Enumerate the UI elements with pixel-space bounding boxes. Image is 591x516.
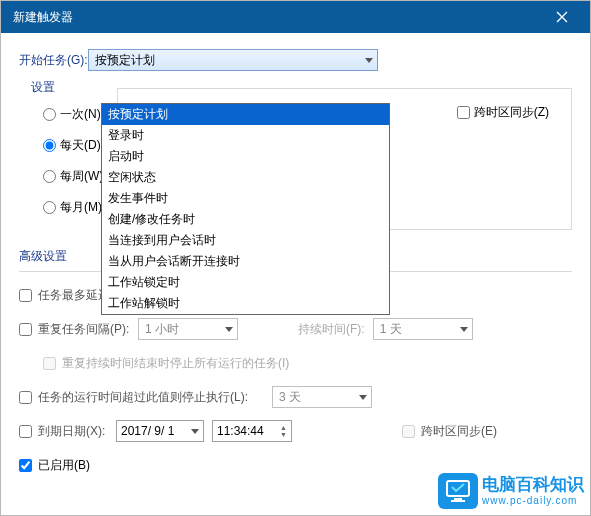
start-task-dropdown[interactable]: 按预定计划登录时启动时空闲状态发生事件时创建/修改任务时当连接到用户会话时当从用… <box>101 103 390 315</box>
expire-tz-checkbox <box>402 425 415 438</box>
radio-daily[interactable]: 每天(D) <box>43 137 103 154</box>
watermark-logo-icon <box>438 473 478 509</box>
stop-if-over-value: 3 天 <box>279 389 301 406</box>
radio-weekly-label: 每周(W) <box>60 168 103 185</box>
radio-weekly[interactable]: 每周(W) <box>43 168 103 185</box>
watermark: 电脑百科知识 www.pc-daily.com <box>438 473 584 509</box>
repeat-select[interactable]: 1 小时 <box>138 318 238 340</box>
spin-up-icon: ▲ <box>280 424 287 431</box>
enabled-checkbox[interactable] <box>19 459 32 472</box>
expire-checkbox[interactable] <box>19 425 32 438</box>
radio-once-label: 一次(N) <box>60 106 101 123</box>
chevron-down-icon <box>359 395 367 400</box>
schedule-radio-group: 一次(N) 每天(D) 每周(W) 每月(M) <box>43 106 103 230</box>
combo-value: 按预定计划 <box>95 52 155 69</box>
chevron-down-icon <box>191 429 199 434</box>
duration-label: 持续时间(F): <box>298 321 365 338</box>
start-task-label: 开始任务(G): <box>19 52 88 69</box>
start-task-row: 开始任务(G): 按预定计划 <box>19 49 572 71</box>
expire-date-input[interactable]: 2017/ 9/ 1 <box>116 420 204 442</box>
dropdown-item[interactable]: 按预定计划 <box>102 104 389 125</box>
duration-select[interactable]: 1 天 <box>373 318 473 340</box>
radio-monthly-input[interactable] <box>43 201 56 214</box>
close-button[interactable] <box>542 1 582 33</box>
dropdown-item[interactable]: 工作站锁定时 <box>102 272 389 293</box>
time-spinner[interactable]: ▲▼ <box>280 424 287 438</box>
repeat-label: 重复任务间隔(P): <box>38 321 138 338</box>
radio-daily-label: 每天(D) <box>60 137 101 154</box>
stop-if-over-row: 任务的运行时间超过此值则停止执行(L): 3 天 <box>19 386 572 408</box>
radio-once-input[interactable] <box>43 108 56 121</box>
dropdown-item[interactable]: 工作站解锁时 <box>102 293 389 314</box>
watermark-en: www.pc-daily.com <box>482 495 584 506</box>
dropdown-item[interactable]: 创建/修改任务时 <box>102 209 389 230</box>
dialog-window: 新建触发器 开始任务(G): 按预定计划 设置 一次(N) 每天(D) 每周(W… <box>0 0 591 516</box>
window-title: 新建触发器 <box>13 9 73 26</box>
stop-after-repeat-row: 重复持续时间结束时停止所有运行的任务(I) <box>43 352 572 374</box>
dropdown-item[interactable]: 当连接到用户会话时 <box>102 230 389 251</box>
expire-time-value: 11:34:44 <box>217 424 264 438</box>
repeat-value: 1 小时 <box>145 321 179 338</box>
expire-tz-label: 跨时区同步(E) <box>421 423 497 440</box>
dropdown-item[interactable]: 发生事件时 <box>102 188 389 209</box>
enabled-label: 已启用(B) <box>38 457 248 474</box>
close-icon <box>556 11 568 23</box>
watermark-zh: 电脑百科知识 <box>482 476 584 495</box>
radio-monthly[interactable]: 每月(M) <box>43 199 103 216</box>
expire-time-input[interactable]: 11:34:44 ▲▼ <box>212 420 292 442</box>
dropdown-item[interactable]: 启动时 <box>102 146 389 167</box>
spin-down-icon: ▼ <box>280 431 287 438</box>
start-task-combo[interactable]: 按预定计划 <box>88 49 378 71</box>
svg-rect-1 <box>454 498 462 500</box>
chevron-down-icon <box>225 327 233 332</box>
dropdown-item[interactable]: 空闲状态 <box>102 167 389 188</box>
chevron-down-icon <box>460 327 468 332</box>
stop-after-repeat-checkbox <box>43 357 56 370</box>
chevron-down-icon <box>365 58 373 63</box>
radio-monthly-label: 每月(M) <box>60 199 102 216</box>
delay-checkbox[interactable] <box>19 289 32 302</box>
dropdown-item[interactable]: 当从用户会话断开连接时 <box>102 251 389 272</box>
dialog-content: 开始任务(G): 按预定计划 设置 一次(N) 每天(D) 每周(W) 每月(M… <box>1 33 590 476</box>
dropdown-item[interactable]: 登录时 <box>102 125 389 146</box>
radio-weekly-input[interactable] <box>43 170 56 183</box>
stop-if-over-label: 任务的运行时间超过此值则停止执行(L): <box>38 389 272 406</box>
radio-once[interactable]: 一次(N) <box>43 106 103 123</box>
duration-value: 1 天 <box>380 321 402 338</box>
repeat-checkbox[interactable] <box>19 323 32 336</box>
titlebar: 新建触发器 <box>1 1 590 33</box>
tz-sync-input[interactable] <box>457 106 470 119</box>
tz-sync-checkbox[interactable]: 跨时区同步(Z) <box>457 104 549 121</box>
stop-after-repeat-label: 重复持续时间结束时停止所有运行的任务(I) <box>62 355 289 372</box>
expire-date-value: 2017/ 9/ 1 <box>121 424 174 438</box>
stop-if-over-checkbox[interactable] <box>19 391 32 404</box>
repeat-row: 重复任务间隔(P): 1 小时 持续时间(F): 1 天 <box>19 318 572 340</box>
tz-sync-label: 跨时区同步(Z) <box>474 104 549 121</box>
watermark-text: 电脑百科知识 www.pc-daily.com <box>482 476 584 506</box>
expire-label: 到期日期(X): <box>38 423 116 440</box>
stop-if-over-select[interactable]: 3 天 <box>272 386 372 408</box>
radio-daily-input[interactable] <box>43 139 56 152</box>
svg-rect-2 <box>451 500 465 502</box>
expire-row: 到期日期(X): 2017/ 9/ 1 11:34:44 ▲▼ 跨时区同步(E) <box>19 420 572 442</box>
